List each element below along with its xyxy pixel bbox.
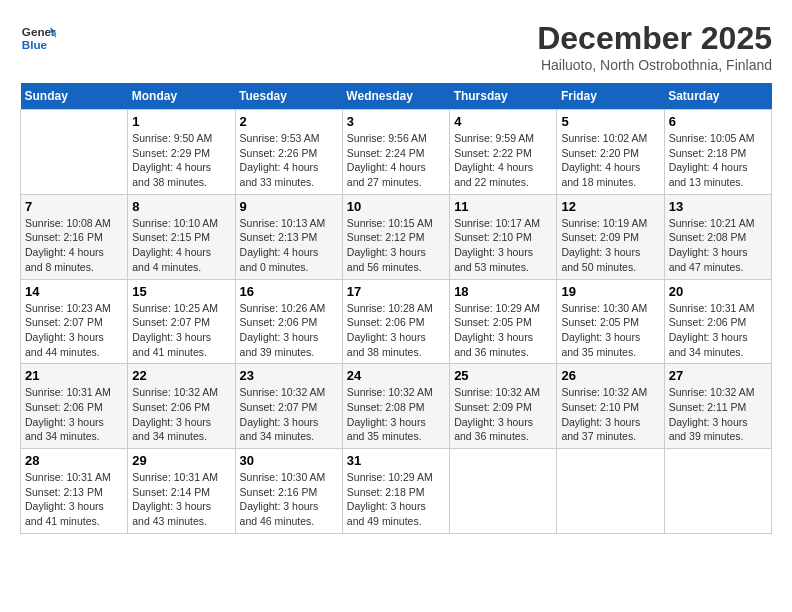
logo-icon: General Blue — [20, 20, 56, 56]
day-header-tuesday: Tuesday — [235, 83, 342, 110]
calendar-cell: 30Sunrise: 10:30 AM Sunset: 2:16 PM Dayl… — [235, 449, 342, 534]
day-info: Sunrise: 10:32 AM Sunset: 2:06 PM Daylig… — [132, 385, 230, 444]
day-number: 6 — [669, 114, 767, 129]
day-info: Sunrise: 10:31 AM Sunset: 2:14 PM Daylig… — [132, 470, 230, 529]
day-number: 5 — [561, 114, 659, 129]
calendar-cell: 7Sunrise: 10:08 AM Sunset: 2:16 PM Dayli… — [21, 194, 128, 279]
days-header-row: SundayMondayTuesdayWednesdayThursdayFrid… — [21, 83, 772, 110]
calendar-table: SundayMondayTuesdayWednesdayThursdayFrid… — [20, 83, 772, 534]
day-info: Sunrise: 10:32 AM Sunset: 2:07 PM Daylig… — [240, 385, 338, 444]
day-number: 14 — [25, 284, 123, 299]
day-info: Sunrise: 10:05 AM Sunset: 2:18 PM Daylig… — [669, 131, 767, 190]
day-number: 26 — [561, 368, 659, 383]
day-number: 10 — [347, 199, 445, 214]
calendar-cell: 21Sunrise: 10:31 AM Sunset: 2:06 PM Dayl… — [21, 364, 128, 449]
day-info: Sunrise: 10:10 AM Sunset: 2:15 PM Daylig… — [132, 216, 230, 275]
day-number: 23 — [240, 368, 338, 383]
day-info: Sunrise: 10:31 AM Sunset: 2:06 PM Daylig… — [669, 301, 767, 360]
day-number: 7 — [25, 199, 123, 214]
day-number: 30 — [240, 453, 338, 468]
logo: General Blue — [20, 20, 56, 56]
month-title: December 2025 — [537, 20, 772, 57]
day-number: 22 — [132, 368, 230, 383]
calendar-cell: 2Sunrise: 9:53 AM Sunset: 2:26 PM Daylig… — [235, 110, 342, 195]
calendar-cell: 25Sunrise: 10:32 AM Sunset: 2:09 PM Dayl… — [450, 364, 557, 449]
day-info: Sunrise: 10:31 AM Sunset: 2:06 PM Daylig… — [25, 385, 123, 444]
day-info: Sunrise: 10:29 AM Sunset: 2:18 PM Daylig… — [347, 470, 445, 529]
week-row-4: 21Sunrise: 10:31 AM Sunset: 2:06 PM Dayl… — [21, 364, 772, 449]
day-info: Sunrise: 10:08 AM Sunset: 2:16 PM Daylig… — [25, 216, 123, 275]
day-info: Sunrise: 10:15 AM Sunset: 2:12 PM Daylig… — [347, 216, 445, 275]
day-number: 25 — [454, 368, 552, 383]
calendar-cell: 8Sunrise: 10:10 AM Sunset: 2:15 PM Dayli… — [128, 194, 235, 279]
day-number: 27 — [669, 368, 767, 383]
day-number: 29 — [132, 453, 230, 468]
day-info: Sunrise: 10:02 AM Sunset: 2:20 PM Daylig… — [561, 131, 659, 190]
calendar-cell: 23Sunrise: 10:32 AM Sunset: 2:07 PM Dayl… — [235, 364, 342, 449]
day-info: Sunrise: 9:56 AM Sunset: 2:24 PM Dayligh… — [347, 131, 445, 190]
day-number: 31 — [347, 453, 445, 468]
day-number: 3 — [347, 114, 445, 129]
svg-text:Blue: Blue — [22, 38, 48, 51]
day-header-wednesday: Wednesday — [342, 83, 449, 110]
calendar-cell: 1Sunrise: 9:50 AM Sunset: 2:29 PM Daylig… — [128, 110, 235, 195]
day-number: 16 — [240, 284, 338, 299]
header: General Blue December 2025 Hailuoto, Nor… — [20, 20, 772, 73]
day-number: 18 — [454, 284, 552, 299]
day-number: 2 — [240, 114, 338, 129]
day-info: Sunrise: 9:50 AM Sunset: 2:29 PM Dayligh… — [132, 131, 230, 190]
day-number: 4 — [454, 114, 552, 129]
day-info: Sunrise: 10:30 AM Sunset: 2:16 PM Daylig… — [240, 470, 338, 529]
day-header-saturday: Saturday — [664, 83, 771, 110]
day-info: Sunrise: 9:53 AM Sunset: 2:26 PM Dayligh… — [240, 131, 338, 190]
calendar-cell: 22Sunrise: 10:32 AM Sunset: 2:06 PM Dayl… — [128, 364, 235, 449]
day-info: Sunrise: 10:26 AM Sunset: 2:06 PM Daylig… — [240, 301, 338, 360]
day-header-monday: Monday — [128, 83, 235, 110]
calendar-cell: 31Sunrise: 10:29 AM Sunset: 2:18 PM Dayl… — [342, 449, 449, 534]
calendar-cell: 29Sunrise: 10:31 AM Sunset: 2:14 PM Dayl… — [128, 449, 235, 534]
day-header-friday: Friday — [557, 83, 664, 110]
week-row-1: 1Sunrise: 9:50 AM Sunset: 2:29 PM Daylig… — [21, 110, 772, 195]
day-number: 21 — [25, 368, 123, 383]
calendar-cell — [21, 110, 128, 195]
day-info: Sunrise: 10:32 AM Sunset: 2:09 PM Daylig… — [454, 385, 552, 444]
day-number: 13 — [669, 199, 767, 214]
calendar-cell: 20Sunrise: 10:31 AM Sunset: 2:06 PM Dayl… — [664, 279, 771, 364]
calendar-cell: 17Sunrise: 10:28 AM Sunset: 2:06 PM Dayl… — [342, 279, 449, 364]
day-header-thursday: Thursday — [450, 83, 557, 110]
week-row-3: 14Sunrise: 10:23 AM Sunset: 2:07 PM Dayl… — [21, 279, 772, 364]
day-info: Sunrise: 9:59 AM Sunset: 2:22 PM Dayligh… — [454, 131, 552, 190]
calendar-cell — [557, 449, 664, 534]
day-info: Sunrise: 10:19 AM Sunset: 2:09 PM Daylig… — [561, 216, 659, 275]
calendar-cell: 26Sunrise: 10:32 AM Sunset: 2:10 PM Dayl… — [557, 364, 664, 449]
subtitle: Hailuoto, North Ostrobothnia, Finland — [537, 57, 772, 73]
day-number: 19 — [561, 284, 659, 299]
day-number: 15 — [132, 284, 230, 299]
day-info: Sunrise: 10:21 AM Sunset: 2:08 PM Daylig… — [669, 216, 767, 275]
calendar-cell: 3Sunrise: 9:56 AM Sunset: 2:24 PM Daylig… — [342, 110, 449, 195]
calendar-cell: 5Sunrise: 10:02 AM Sunset: 2:20 PM Dayli… — [557, 110, 664, 195]
day-info: Sunrise: 10:30 AM Sunset: 2:05 PM Daylig… — [561, 301, 659, 360]
calendar-cell: 12Sunrise: 10:19 AM Sunset: 2:09 PM Dayl… — [557, 194, 664, 279]
calendar-cell: 10Sunrise: 10:15 AM Sunset: 2:12 PM Dayl… — [342, 194, 449, 279]
day-info: Sunrise: 10:28 AM Sunset: 2:06 PM Daylig… — [347, 301, 445, 360]
title-area: December 2025 Hailuoto, North Ostrobothn… — [537, 20, 772, 73]
day-info: Sunrise: 10:13 AM Sunset: 2:13 PM Daylig… — [240, 216, 338, 275]
calendar-cell — [664, 449, 771, 534]
calendar-cell: 15Sunrise: 10:25 AM Sunset: 2:07 PM Dayl… — [128, 279, 235, 364]
day-number: 11 — [454, 199, 552, 214]
day-info: Sunrise: 10:25 AM Sunset: 2:07 PM Daylig… — [132, 301, 230, 360]
week-row-2: 7Sunrise: 10:08 AM Sunset: 2:16 PM Dayli… — [21, 194, 772, 279]
calendar-cell: 19Sunrise: 10:30 AM Sunset: 2:05 PM Dayl… — [557, 279, 664, 364]
day-number: 28 — [25, 453, 123, 468]
calendar-cell: 14Sunrise: 10:23 AM Sunset: 2:07 PM Dayl… — [21, 279, 128, 364]
day-number: 1 — [132, 114, 230, 129]
calendar-cell: 16Sunrise: 10:26 AM Sunset: 2:06 PM Dayl… — [235, 279, 342, 364]
week-row-5: 28Sunrise: 10:31 AM Sunset: 2:13 PM Dayl… — [21, 449, 772, 534]
day-info: Sunrise: 10:17 AM Sunset: 2:10 PM Daylig… — [454, 216, 552, 275]
day-info: Sunrise: 10:23 AM Sunset: 2:07 PM Daylig… — [25, 301, 123, 360]
calendar-cell — [450, 449, 557, 534]
calendar-cell: 28Sunrise: 10:31 AM Sunset: 2:13 PM Dayl… — [21, 449, 128, 534]
day-info: Sunrise: 10:29 AM Sunset: 2:05 PM Daylig… — [454, 301, 552, 360]
day-number: 17 — [347, 284, 445, 299]
